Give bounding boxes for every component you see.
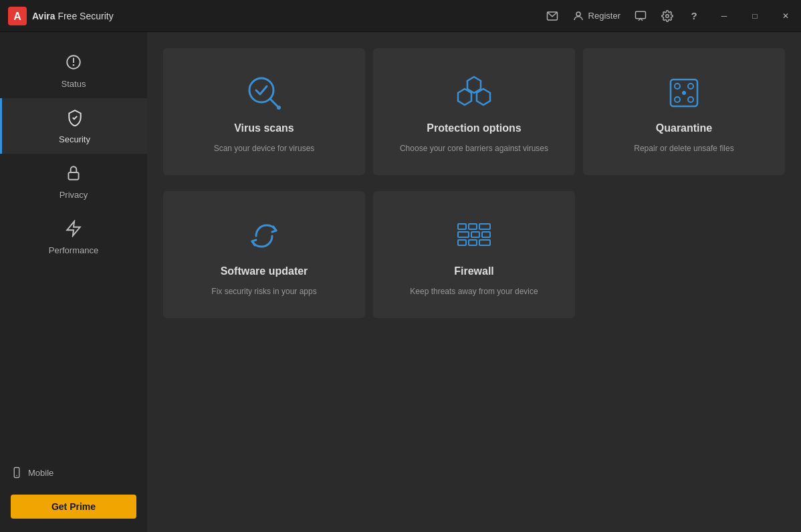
mobile-label: Mobile bbox=[28, 468, 53, 478]
quarantine-card[interactable]: Quarantine Repair or delete unsafe files bbox=[583, 48, 785, 175]
status-icon bbox=[65, 53, 82, 75]
quarantine-desc: Repair or delete unsafe files bbox=[634, 142, 733, 154]
svg-point-22 bbox=[688, 97, 693, 102]
svg-point-20 bbox=[688, 84, 693, 89]
top-cards-row: Virus scans Scan your device for viruses… bbox=[163, 48, 785, 183]
gear-icon bbox=[661, 10, 673, 22]
minimize-button[interactable]: ─ bbox=[709, 0, 739, 32]
software-updater-card[interactable]: Software updater Fix security risks in y… bbox=[163, 191, 365, 318]
software-updater-title: Software updater bbox=[221, 265, 308, 277]
quarantine-icon bbox=[663, 72, 705, 114]
bottom-cards-row: Software updater Fix security risks in y… bbox=[163, 191, 785, 318]
firewall-title: Firewall bbox=[454, 265, 494, 277]
svg-point-3 bbox=[576, 12, 580, 16]
svg-marker-17 bbox=[458, 89, 471, 105]
svg-point-19 bbox=[675, 84, 680, 89]
svg-point-14 bbox=[277, 106, 281, 110]
mail-button[interactable] bbox=[540, 4, 564, 28]
privacy-icon bbox=[65, 164, 82, 186]
firewall-icon bbox=[453, 215, 495, 257]
protection-options-desc: Choose your core barriers against viruse… bbox=[400, 142, 548, 154]
svg-rect-26 bbox=[479, 224, 490, 229]
mail-icon bbox=[546, 10, 558, 22]
chat-button[interactable] bbox=[628, 4, 653, 28]
register-button[interactable]: Register bbox=[567, 7, 626, 25]
firewall-card[interactable]: Firewall Keep threats away from your dev… bbox=[373, 191, 575, 318]
mobile-icon bbox=[11, 467, 23, 479]
main-content: Virus scans Scan your device for viruses… bbox=[147, 32, 801, 532]
sidebar-item-privacy[interactable]: Privacy bbox=[0, 154, 147, 209]
empty-placeholder bbox=[583, 191, 785, 318]
svg-rect-28 bbox=[471, 232, 479, 237]
sidebar-item-status[interactable]: Status bbox=[0, 43, 147, 98]
svg-rect-24 bbox=[458, 224, 466, 229]
virus-scans-title: Virus scans bbox=[234, 122, 294, 134]
svg-point-23 bbox=[682, 91, 686, 95]
svg-rect-25 bbox=[469, 224, 477, 229]
virus-scans-card[interactable]: Virus scans Scan your device for viruses bbox=[163, 48, 365, 175]
security-icon bbox=[66, 109, 84, 130]
avira-logo-icon: A bbox=[8, 7, 27, 25]
svg-rect-4 bbox=[636, 11, 646, 19]
svg-rect-29 bbox=[482, 232, 490, 237]
protection-options-card[interactable]: Protection options Choose your core barr… bbox=[373, 48, 575, 175]
close-button[interactable]: ✕ bbox=[770, 0, 801, 32]
svg-rect-27 bbox=[458, 232, 469, 237]
app-body: Status Security Privacy bbox=[0, 32, 801, 532]
svg-rect-32 bbox=[479, 240, 490, 245]
get-prime-button[interactable]: Get Prime bbox=[11, 495, 136, 519]
quarantine-title: Quarantine bbox=[656, 122, 712, 134]
help-icon: ? bbox=[691, 10, 697, 21]
help-button[interactable]: ? bbox=[682, 4, 706, 28]
svg-point-8 bbox=[73, 64, 75, 66]
firewall-desc: Keep threats away from your device bbox=[410, 285, 538, 297]
svg-rect-31 bbox=[469, 240, 477, 245]
virus-scan-icon bbox=[243, 72, 285, 114]
protection-options-title: Protection options bbox=[427, 122, 521, 134]
performance-icon bbox=[65, 220, 82, 241]
svg-point-21 bbox=[675, 97, 680, 102]
sidebar-item-security-label: Security bbox=[59, 134, 90, 144]
sidebar: Status Security Privacy bbox=[0, 32, 147, 532]
sidebar-item-performance-label: Performance bbox=[49, 245, 98, 255]
software-update-icon bbox=[243, 215, 285, 257]
sidebar-item-privacy-label: Privacy bbox=[60, 190, 88, 200]
svg-rect-9 bbox=[68, 172, 78, 180]
svg-point-5 bbox=[666, 14, 669, 17]
svg-text:A: A bbox=[13, 11, 21, 22]
sidebar-item-performance[interactable]: Performance bbox=[0, 209, 147, 265]
svg-rect-30 bbox=[458, 240, 466, 245]
software-updater-desc: Fix security risks in your apps bbox=[211, 285, 316, 297]
maximize-button[interactable]: □ bbox=[739, 0, 770, 32]
sidebar-item-security[interactable]: Security bbox=[0, 98, 147, 154]
titlebar-actions: Register ? bbox=[540, 4, 706, 28]
protection-icon bbox=[453, 72, 495, 114]
account-icon bbox=[572, 10, 584, 22]
window-controls: ─ □ ✕ bbox=[709, 0, 801, 32]
settings-button[interactable] bbox=[655, 4, 679, 28]
app-name: Avira Free Security bbox=[32, 11, 114, 21]
svg-marker-15 bbox=[467, 77, 481, 93]
svg-point-11 bbox=[16, 475, 17, 477]
virus-scans-desc: Scan your device for viruses bbox=[214, 142, 315, 154]
sidebar-item-mobile[interactable]: Mobile bbox=[0, 458, 147, 487]
svg-marker-16 bbox=[477, 89, 490, 105]
titlebar: A Avira Free Security Register bbox=[0, 0, 801, 32]
sidebar-item-status-label: Status bbox=[62, 79, 86, 89]
chat-icon bbox=[635, 10, 647, 22]
